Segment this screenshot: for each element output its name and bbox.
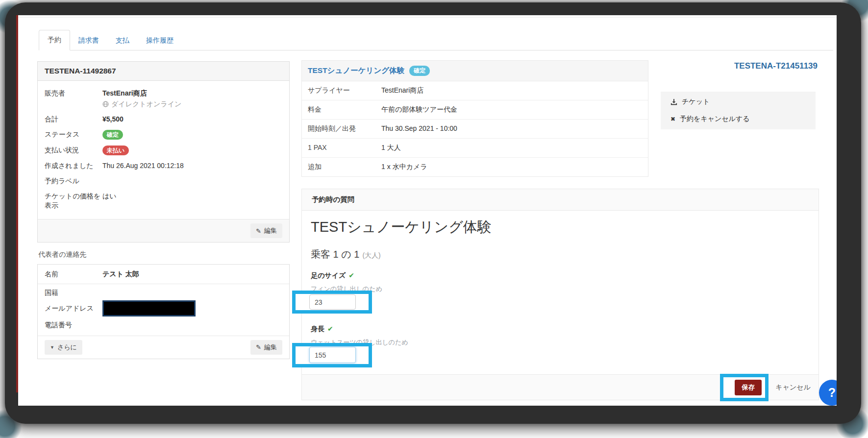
row-nationality: 国籍: [38, 284, 289, 298]
check-icon: ✔: [348, 271, 354, 279]
edit-button-label: 編集: [264, 343, 277, 352]
row-value: 1 x 水中カメラ: [381, 163, 642, 171]
ticket-action-label: チケット: [682, 97, 710, 106]
height-input[interactable]: [309, 347, 356, 363]
row-seller: 販売者 TestEnari商店 ダイレクトオンライン: [45, 86, 282, 112]
tab-bar: 予約 請求書 支払 操作履歴: [39, 29, 833, 50]
row-label: ステータス: [45, 130, 102, 139]
cancel-booking-action[interactable]: ✖ 予約をキャンセルする: [670, 115, 806, 123]
row-label: 追加: [308, 163, 381, 171]
edit-booking-button[interactable]: ✎ 編集: [250, 223, 282, 238]
row-phone: 電話番号: [38, 318, 289, 336]
row-value: 1 大人: [381, 144, 642, 152]
more-button[interactable]: ▼ さらに: [45, 340, 82, 355]
row-payment-status: 支払い状況 未払い: [45, 143, 282, 158]
row-value: 未払い: [102, 146, 282, 155]
row-label: 開始時刻／出発: [308, 124, 381, 133]
questions-header: 予約時の質問: [302, 189, 818, 211]
tab-history[interactable]: 操作履歴: [138, 31, 182, 50]
annotation-highlight-height: [292, 343, 372, 367]
cancel-button[interactable]: キャンセル: [775, 383, 811, 392]
questions-footer: 保存 キャンセル: [302, 374, 818, 400]
tab-invoice[interactable]: 請求書: [70, 31, 107, 50]
product-header: TESTシュノーケリング体験 確定: [302, 61, 648, 81]
booking-questions-panel: 予約時の質問 TESTシュノーケリング体験 乗客 1 の 1(大人) 足のサイズ…: [301, 189, 819, 400]
booking-summary-column: TESTENA-11492867 販売者 TestEnari商店 ダイレクトオン…: [37, 61, 290, 359]
contact-panel: 名前 テスト 太郎 国籍 メールアドレス 電話番号 ▼ さらに: [37, 264, 290, 359]
seller-name: TestEnari商店: [102, 89, 282, 98]
row-value: TestEnari商店 ダイレクトオンライン: [102, 89, 282, 109]
row-name: 名前 テスト 太郎: [38, 265, 289, 284]
edit-contact-button[interactable]: ✎ 編集: [250, 340, 282, 355]
edit-button-label: 編集: [264, 226, 277, 235]
tab-booking[interactable]: 予約: [39, 30, 70, 50]
status-badge: 確定: [102, 130, 123, 140]
email-value: [102, 300, 282, 316]
ticket-download-action[interactable]: チケット: [670, 97, 806, 106]
row-supplier: サプライヤー TestEnari商店: [302, 81, 648, 100]
contact-footer: ▼ さらに ✎ 編集: [38, 336, 289, 359]
globe-icon: [102, 101, 109, 107]
show-ticket-price-value: はい: [102, 192, 282, 201]
ticket-actions-card: チケット ✖ 予約をキャンセルする: [661, 92, 816, 129]
save-button[interactable]: 保存: [735, 380, 762, 395]
passenger-heading: 乗客 1 の 1(大人): [311, 248, 381, 261]
cancel-booking-label: 予約をキャンセルする: [680, 115, 750, 123]
contact-section-heading: 代表者の連絡先: [38, 250, 290, 259]
product-title-link[interactable]: TESTシュノーケリング体験: [308, 66, 404, 76]
row-label: 支払い状況: [45, 146, 102, 155]
booking-summary-panel: TESTENA-11492867 販売者 TestEnari商店 ダイレクトオン…: [37, 61, 290, 243]
row-pax: 1 PAX 1 大人: [302, 139, 648, 158]
question-mark-icon: ?: [828, 386, 836, 399]
product-detail-column: TESTENA-T21451139 TESTシュノーケリング体験 確定 サプライ…: [301, 60, 819, 403]
row-value: Thu 30.Sep 2021 - 10:00: [381, 124, 642, 133]
foot-size-input[interactable]: [309, 294, 356, 310]
field-label-text: 足のサイズ: [311, 271, 346, 279]
row-label: 料金: [308, 105, 381, 114]
foot-size-label: 足のサイズ✔: [311, 271, 354, 280]
row-email: メールアドレス: [38, 298, 289, 318]
row-start-time: 開始時刻／出発 Thu 30.Sep 2021 - 10:00: [302, 120, 648, 139]
product-status-badge: 確定: [409, 66, 430, 75]
row-label: メールアドレス: [45, 304, 102, 313]
download-icon: [670, 98, 677, 105]
contact-name-value: テスト 太郎: [102, 269, 282, 279]
ticket-code[interactable]: TESTENA-T21451139: [734, 61, 818, 71]
app-page: 予約 請求書 支払 操作履歴 TESTENA-11492867 販売者 Test…: [18, 15, 837, 406]
x-icon: ✖: [670, 116, 675, 122]
row-label: 名前: [45, 269, 102, 279]
row-label: 予約ラベル: [45, 176, 102, 186]
annotation-highlight-foot-size: [292, 291, 372, 314]
row-label: チケットの価格を表示: [45, 192, 102, 210]
page-top-divider: [18, 17, 837, 18]
booking-reference-title: TESTENA-11492867: [38, 62, 289, 81]
row-label: サプライヤー: [308, 86, 381, 95]
row-label: 合計: [45, 115, 102, 124]
row-label: 販売者: [45, 89, 102, 98]
row-value: 午前の部体験ツアー代金: [381, 105, 642, 114]
questions-product-heading: TESTシュノーケリング体験: [311, 218, 492, 237]
row-booking-label: 予約ラベル: [45, 173, 282, 189]
check-icon: ✔: [327, 325, 333, 333]
row-value: TestEnari商店: [381, 86, 642, 95]
row-value: 確定: [102, 130, 282, 140]
tab-payment[interactable]: 支払: [107, 31, 138, 50]
row-label: 国籍: [45, 288, 102, 297]
product-detail-table: TESTシュノーケリング体験 確定 サプライヤー TestEnari商店 料金 …: [301, 60, 648, 177]
help-button[interactable]: ?: [819, 380, 837, 406]
sales-channel-label: ダイレクトオンライン: [111, 99, 181, 109]
total-amount: ¥5,500: [102, 115, 282, 124]
payment-status-badge: 未払い: [102, 146, 129, 155]
caret-down-icon: ▼: [50, 345, 54, 350]
row-label: 1 PAX: [308, 144, 381, 152]
row-status: ステータス 確定: [45, 127, 282, 143]
annotation-highlight-save: 保存: [720, 374, 769, 401]
booking-summary-body: 販売者 TestEnari商店 ダイレクトオンライン 合計 ¥5,500 ステー…: [38, 81, 289, 219]
more-button-label: さらに: [57, 343, 77, 352]
row-label: 電話番号: [45, 320, 102, 330]
created-timestamp: Thu 26.Aug 2021 00:12:18: [102, 161, 282, 170]
booking-summary-footer: ✎ 編集: [38, 219, 289, 242]
email-redacted-box: [102, 300, 196, 316]
edit-icon: ✎: [256, 343, 261, 351]
row-show-ticket-price: チケットの価格を表示 はい: [45, 189, 282, 213]
